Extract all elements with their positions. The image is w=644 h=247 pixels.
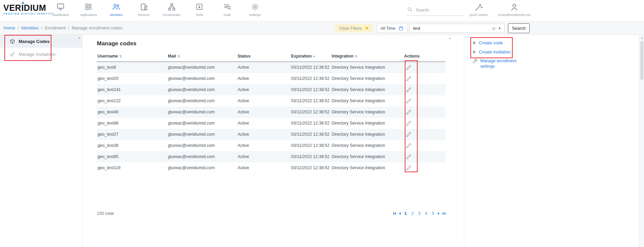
cell-status: Active — [237, 129, 290, 140]
nav-label-identities: Identities — [102, 13, 130, 17]
breadcrumb-identities[interactable]: Identities — [21, 25, 39, 30]
last-page-button[interactable] — [443, 212, 445, 215]
nav-label-audit: Audit — [213, 13, 241, 17]
cell-integration: Directory Service Integration — [331, 84, 403, 95]
nav-item-applications[interactable]: Applications — [74, 2, 102, 17]
edit-pencil-button[interactable] — [404, 76, 411, 81]
veridium-logo[interactable]: VERIDIUM TRUSTED DIGITAL IDENTITY — [3, 3, 54, 15]
table-row: geo_test141 gtureac@veridiumid.com Activ… — [97, 84, 445, 95]
cell-expiration: 03/11/2022 12:38:52 — [290, 151, 331, 162]
next-page-button[interactable] — [438, 212, 440, 215]
cell-status: Active — [237, 73, 290, 84]
dashboard-monitor-icon — [47, 2, 74, 12]
pagination-page-button[interactable]: 2 — [410, 211, 414, 216]
pagination-pages: 12345 — [404, 211, 435, 216]
wrench-icon — [472, 59, 478, 64]
search-icon — [407, 7, 413, 14]
nav-item-dashboard[interactable]: Dashboard — [47, 2, 74, 17]
cell-mail: gtureac@veridiumid.com — [167, 118, 237, 129]
breadcrumb-separator: / — [18, 25, 19, 30]
identities-people-icon — [102, 2, 130, 12]
nav-item-audit[interactable]: Audit — [213, 2, 241, 17]
table-row: geo_test38 gtureac@veridiumid.com Active… — [97, 140, 445, 151]
nav-label-devices: Devices — [130, 13, 158, 17]
edit-pencil-button[interactable] — [404, 87, 411, 92]
column-header-username[interactable]: Username⇅ — [97, 51, 167, 62]
create-invitation-button[interactable]: + Create invitation — [472, 49, 639, 55]
filter-search-input[interactable] — [410, 26, 492, 31]
logo-text-i: I — [21, 3, 24, 13]
scroll-up-arrow[interactable]: ▲ — [641, 37, 643, 39]
prev-page-button[interactable] — [399, 212, 401, 215]
sidebar-item-manage-invitations[interactable]: Manage Invitations — [0, 48, 82, 61]
pagination-page-button[interactable]: 5 — [431, 211, 435, 216]
edit-pencil-button[interactable] — [404, 98, 411, 104]
cell-username: geo_test8 — [97, 62, 167, 73]
column-header-expiration[interactable]: Expiration▾ — [290, 51, 331, 62]
main-nav: Dashboard Applications Identities Device… — [47, 2, 269, 17]
column-header-integration[interactable]: Integration⇅ — [331, 51, 403, 62]
cell-status: Active — [237, 151, 290, 162]
orchestrator-icon — [158, 2, 185, 12]
nav-item-devices[interactable]: Devices — [130, 2, 158, 17]
time-range-picker[interactable]: All Time — [377, 24, 407, 33]
column-header-status[interactable]: Status — [237, 51, 290, 62]
column-label: Actions — [404, 54, 420, 59]
pagination-page-button[interactable]: 1 — [404, 211, 407, 216]
calendar-icon — [398, 26, 404, 31]
devices-icon — [130, 2, 158, 12]
breadcrumb-separator: / — [68, 25, 69, 30]
cell-actions — [403, 118, 445, 129]
manage-enrollment-settings-link[interactable]: Manage enrollment settings — [472, 58, 527, 69]
sort-icon: ⇅ — [119, 54, 122, 58]
nav-item-settings[interactable]: Settings — [241, 2, 269, 17]
edit-pencil-button[interactable] — [404, 65, 411, 70]
table-row: geo_test8 gtureac@veridiumid.com Active … — [97, 62, 445, 73]
nav-label-applications: Applications — [74, 13, 102, 17]
search-dropdown-caret-icon[interactable]: ▼ — [498, 27, 501, 30]
global-search-input[interactable] — [416, 8, 460, 13]
edit-pencil-button[interactable] — [404, 121, 411, 126]
clear-filters-button[interactable]: Clear Filters ✕ — [335, 24, 373, 32]
sidebar-item-manage-codes[interactable]: Manage Codes — [0, 35, 82, 48]
nav-item-identities[interactable]: Identities — [102, 2, 130, 17]
column-label: Status — [238, 54, 250, 59]
user-menu[interactable]: q'ctest@veridiumid.com — [493, 2, 535, 17]
first-page-button[interactable] — [393, 212, 396, 215]
cell-integration: Directory Service Integration — [331, 129, 403, 140]
cell-integration: Directory Service Integration — [331, 162, 403, 174]
user-avatar-icon — [493, 2, 535, 12]
edit-pencil-button[interactable] — [404, 154, 411, 159]
edit-pencil-button[interactable] — [404, 132, 411, 137]
edit-pencil-button[interactable] — [404, 165, 411, 171]
pagination-page-button[interactable]: 3 — [417, 211, 421, 216]
nav-item-tools[interactable]: Tools — [185, 2, 213, 17]
column-header-mail[interactable]: Mail⇅ — [167, 51, 237, 62]
column-label: Username — [97, 54, 118, 59]
nav-item-orchestrator[interactable]: Orchestrator — [158, 2, 185, 17]
cell-expiration: 03/11/2022 12:38:52 — [290, 62, 331, 73]
quick-actions-label: Quick Actions — [467, 13, 490, 17]
settings-gear-icon — [241, 2, 269, 12]
edit-pencil-button[interactable] — [404, 143, 411, 148]
plus-icon: + — [472, 40, 476, 46]
create-code-button[interactable]: + Create code — [472, 40, 639, 46]
cell-integration: Directory Service Integration — [331, 73, 403, 84]
codes-table-body: geo_test8 gtureac@veridiumid.com Active … — [97, 62, 445, 174]
cell-status: Active — [237, 84, 290, 95]
audit-icon — [213, 2, 241, 12]
cell-mail: gtureac@veridiumid.com — [167, 151, 237, 162]
quick-actions-button[interactable]: Quick Actions — [467, 2, 490, 17]
scrollbar-thumb[interactable] — [640, 41, 643, 80]
sort-icon: ⇅ — [177, 54, 180, 58]
clear-input-icon[interactable]: ⊗ — [492, 26, 496, 31]
main-scroll-up-arrow[interactable]: ▲ — [449, 37, 451, 39]
page-scrollbar[interactable]: ▲ — [639, 35, 644, 247]
cell-mail: gtureac@veridiumid.com — [167, 162, 237, 174]
breadcrumb-home[interactable]: Home — [3, 25, 15, 30]
edit-pencil-button[interactable] — [404, 110, 411, 115]
search-button[interactable]: Search — [508, 23, 530, 33]
pagination-page-button[interactable]: 4 — [424, 211, 428, 216]
cell-username: geo_test119 — [97, 162, 167, 174]
sidebar-scroll-up-arrow[interactable]: ▲ — [78, 37, 81, 39]
